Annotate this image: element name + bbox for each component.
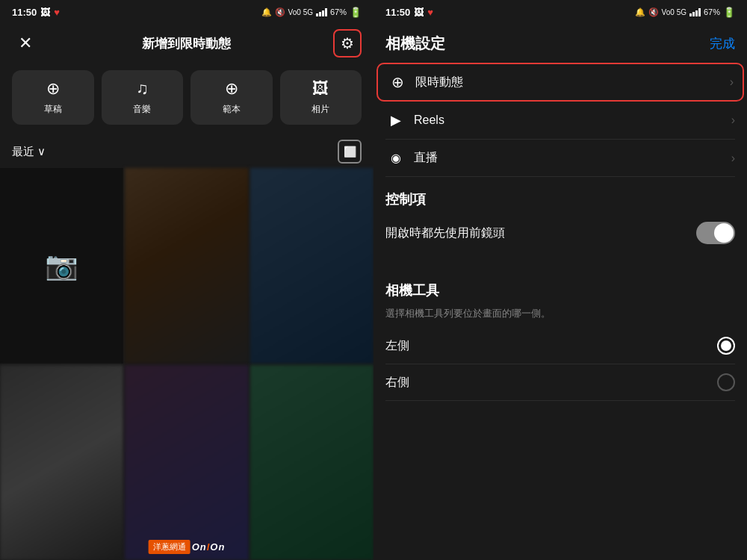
stories-icon: ⊕ [387,73,408,91]
right-carrier-text: Vo0 5G [662,8,686,16]
photo-cell-1[interactable] [125,168,248,364]
tools-section: 相機工具 選擇相機工具列要位於畫面的哪一側。 左側 右側 [385,268,735,401]
stories-chevron-icon: › [730,75,734,89]
live-icon: ◉ [385,151,406,165]
right-status-left: 11:50 🖼 ♥ [385,7,433,18]
settings-title: 相機設定 [385,34,445,54]
left-status-left: 11:50 🖼 ♥ [12,7,60,18]
left-status-bar: 11:50 🖼 ♥ 🔔 🔇 Vo0 5G 67% 🔋 [0,0,374,24]
right-status-bar: 11:50 🖼 ♥ 🔔 🔇 Vo0 5G 67% 🔋 [374,0,747,24]
right-heart-icon: ♥ [427,7,433,18]
right-panel: 11:50 🖼 ♥ 🔔 🔇 Vo0 5G 67% 🔋 相機設定 完成 [374,0,747,560]
watermark-brand: OnIOn [192,541,226,553]
draft-button[interactable]: ⊕ 草稿 [12,70,94,125]
draft-icon: ⊕ [46,79,60,99]
front-camera-toggle[interactable] [696,222,735,244]
settings-list: ⊕ 限時動態 › ▶ Reels › ◉ 直播 › 控制項 開啟時都先使用前 [374,63,747,560]
left-panel: 11:50 🖼 ♥ 🔔 🔇 Vo0 5G 67% 🔋 ✕ 新增到限時動態 ⚙ [0,0,374,560]
watermark-text: 洋蔥網通 [149,540,190,554]
music-icon: ♫ [136,79,149,99]
signal-bars [316,7,327,16]
watermark: 洋蔥網通 OnIOn [149,540,226,554]
chevron-down-icon: ∨ [37,145,46,158]
toggle-label: 開啟時都先使用前鏡頭 [385,225,505,241]
reels-chevron-icon: › [731,113,735,127]
photo-cell-4[interactable] [125,365,248,561]
left-top-bar: ✕ 新增到限時動態 ⚙ [0,24,374,63]
battery-icon: 🔋 [350,7,362,18]
draft-label: 草稿 [44,103,62,116]
tools-header: 相機工具 [385,268,735,304]
camera-cell[interactable]: 📷 [0,168,123,364]
controls-header: 控制項 [385,177,735,213]
template-button[interactable]: ⊕ 範本 [190,70,273,125]
reels-item-left: ▶ Reels [385,112,444,128]
template-icon: ⊕ [225,79,238,99]
right-time: 11:50 [385,7,410,18]
left-time: 11:50 [12,7,37,18]
right-header: 相機設定 完成 [374,24,747,63]
template-label: 範本 [223,103,241,116]
right-mute-icon: 🔇 [648,7,659,17]
toggle-container: 開啟時都先使用前鏡頭 [385,213,735,253]
right-battery-icon: 🔋 [723,7,735,18]
carrier-text: Vo0 5G [288,8,313,16]
recent-bar: 最近 ∨ ⬜ [0,132,374,168]
left-radio-circle[interactable] [717,337,735,355]
camera-icon: 📷 [45,250,78,281]
settings-button[interactable]: ⚙ [333,29,362,57]
left-status-right: 🔔 🔇 Vo0 5G 67% 🔋 [261,7,362,18]
right-status-right: 🔔 🔇 Vo0 5G 67% 🔋 [635,7,735,18]
mute-icon: 🔇 [275,7,285,17]
photo-icon-btn: 🖼 [312,79,329,99]
alarm-icon: 🔔 [261,7,272,17]
reels-label: Reels [414,113,444,127]
live-settings-item[interactable]: ◉ 直播 › [385,140,735,177]
right-battery-percent: 67% [704,7,720,16]
battery-percent: 67% [330,7,347,16]
right-radio-label: 右側 [385,375,409,391]
music-button[interactable]: ♫ 音樂 [102,70,184,125]
media-options-bar: ⊕ 草稿 ♫ 音樂 ⊕ 範本 🖼 相片 [0,63,374,132]
multi-select-button[interactable]: ⬜ [338,140,362,164]
photo-grid: 📷 [0,168,374,560]
right-signal-bars [689,7,701,16]
recent-dropdown[interactable]: 最近 ∨ [12,145,46,159]
live-item-left: ◉ 直播 [385,150,438,166]
controls-section: 控制項 開啟時都先使用前鏡頭 [385,177,735,253]
toggle-knob [714,223,734,243]
right-photo-icon: 🖼 [414,7,424,18]
photo-button[interactable]: 🖼 相片 [280,70,362,125]
multi-select-icon: ⬜ [344,146,356,158]
gear-icon: ⚙ [341,34,354,52]
photo-cell-2[interactable] [250,168,374,364]
reels-icon: ▶ [385,112,406,128]
music-label: 音樂 [133,103,151,116]
photo-cell-5[interactable] [250,365,374,561]
stories-item-left: ⊕ 限時動態 [387,73,463,91]
left-radio-option[interactable]: 左側 [385,328,735,364]
page-title: 新增到限時動態 [39,35,333,52]
stories-label: 限時動態 [415,75,463,90]
photo-label: 相片 [311,103,329,116]
close-button[interactable]: ✕ [12,30,39,57]
tools-subtext: 選擇相機工具列要位於畫面的哪一側。 [385,304,735,328]
reels-settings-item[interactable]: ▶ Reels › [385,102,735,140]
live-label: 直播 [414,150,438,166]
left-radio-label: 左側 [385,338,409,354]
right-radio-option[interactable]: 右側 [385,364,735,401]
left-heart-icon: ♥ [54,7,60,18]
right-alarm-icon: 🔔 [635,7,645,17]
live-chevron-icon: › [731,152,735,165]
done-button[interactable]: 完成 [710,35,735,52]
photo-cell-3[interactable] [0,365,123,561]
recent-text: 最近 [12,145,34,159]
stories-settings-item[interactable]: ⊕ 限時動態 › [376,63,744,102]
left-photo-icon: 🖼 [40,7,50,18]
right-radio-circle[interactable] [717,373,735,391]
